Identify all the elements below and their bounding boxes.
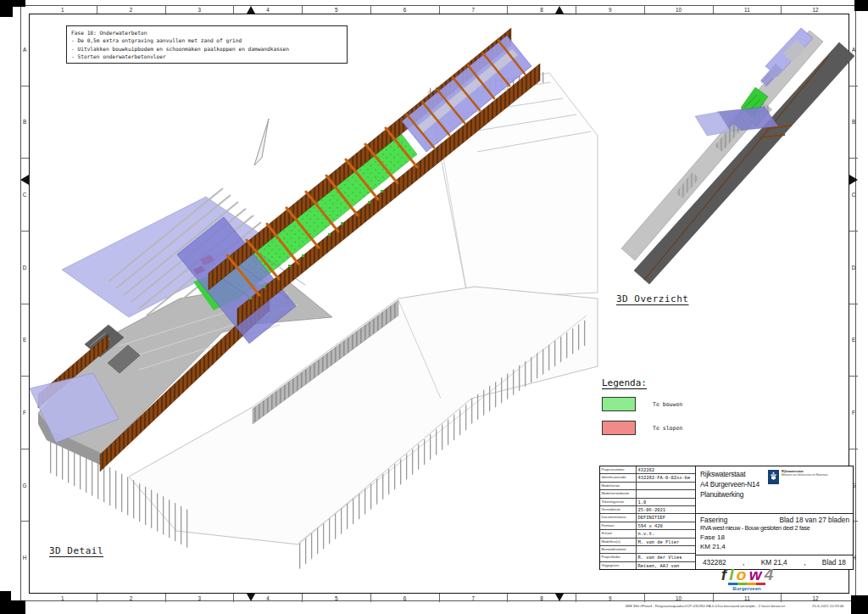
legend: Legenda: Te bouwen Te slopen bbox=[602, 377, 682, 444]
titleblock-field-row: Vrijgegeven Reisen, AAJ van bbox=[600, 562, 695, 569]
field-value: Reisen, AAJ van bbox=[637, 562, 696, 569]
subject-phase: Fase 18 bbox=[700, 533, 849, 542]
field-label: Documentstatus bbox=[600, 514, 637, 521]
titleblock-field-row: Tekeningversie 1.0 bbox=[600, 499, 695, 506]
flow4-letter: l bbox=[729, 566, 732, 583]
titleblock-field-row: Projectnummer 432282 bbox=[600, 466, 695, 474]
field-label: Vrijgegeven bbox=[600, 562, 637, 569]
field-label: Versiedatum bbox=[600, 506, 637, 513]
rws-logo-text: Rijkswaterstaat Ministerie van Infrastru… bbox=[782, 470, 827, 484]
source-file-path: BIM 360://Flow4 - Ringvaartaquaduct/CP-4… bbox=[626, 604, 807, 608]
field-value: n.v.t. bbox=[637, 530, 696, 537]
subject-title: Fasering bbox=[700, 516, 727, 524]
legend-title: Legenda: bbox=[602, 377, 682, 388]
flow4-logo-word: f l o w 4 bbox=[709, 567, 785, 583]
detail-view bbox=[30, 28, 598, 570]
field-label: Formaat bbox=[600, 522, 637, 529]
title-block-fields: Projectnummer 432282 Identificatiecode 4… bbox=[600, 466, 696, 569]
note-title: Fase 18: Onderwaterbeton bbox=[71, 29, 342, 36]
titleblock-field-row: Modelversie bbox=[600, 483, 695, 490]
titleblock-field-row: Modelleur(s) M. van de Flier bbox=[600, 539, 695, 546]
field-label: Modelversie bbox=[600, 483, 637, 489]
titleblock-field-row: Schaal n.v.t. bbox=[600, 530, 695, 538]
titleblock-field-row: Bestandnummer bbox=[600, 546, 695, 554]
field-value: 1.0 bbox=[637, 499, 696, 505]
field-value: 594 x 420 bbox=[637, 522, 696, 529]
legend-items: Te bouwen Te slopen bbox=[602, 397, 682, 435]
flow4-letter: o bbox=[737, 566, 746, 583]
legend-label: Te bouwen bbox=[653, 401, 682, 408]
legend-swatch bbox=[602, 421, 636, 435]
flow4-logo: f l o w 4 Burgerveen bbox=[709, 567, 785, 591]
legend-label: Te slopen bbox=[653, 425, 682, 432]
titleblock-field-row: Documentstatus DEFINITIEF bbox=[600, 514, 695, 522]
field-value bbox=[637, 490, 696, 497]
title-block-client: Rijkswaterstaat A4 Burgerveen-N14 Planui… bbox=[696, 466, 853, 514]
legend-item: Te slopen bbox=[602, 421, 682, 435]
note-line: - Storten onderwaterbetonvloer bbox=[71, 53, 342, 60]
field-value bbox=[637, 483, 696, 489]
rws-logo-ministry: Ministerie van Infrastructuur en Waterst… bbox=[782, 473, 827, 477]
title-block: Projectnummer 432282 Identificatiecode 4… bbox=[599, 466, 854, 570]
footer-separator: , bbox=[804, 558, 805, 567]
field-label: Identificatiecode bbox=[600, 474, 637, 481]
titleblock-field-row: Identificatiecode 432282-FA-0-02xx-be bbox=[600, 474, 695, 482]
flow4-letter: 4 bbox=[765, 566, 773, 583]
field-value: M. van de Flier bbox=[637, 539, 696, 545]
field-label: Schaal bbox=[600, 530, 637, 537]
overview-road-dark bbox=[634, 42, 854, 284]
note-lines: - De 0,5m extra ontgraving aanvullen met… bbox=[71, 36, 342, 60]
flow4-letter: w bbox=[749, 566, 761, 583]
drawing-sheet: 1 2 3 4 5 6 7 8 9 10 11 12 1 2 3 4 5 6 7… bbox=[0, 0, 868, 614]
titleblock-field-row: Formaat 594 x 420 bbox=[600, 522, 695, 530]
titleblock-field-row: Modelversiedatum bbox=[600, 490, 695, 498]
title-block-main: Rijkswaterstaat A4 Burgerveen-N14 Planui… bbox=[696, 466, 853, 569]
legend-swatch bbox=[602, 397, 636, 411]
field-label: Projectleider bbox=[600, 554, 637, 561]
overview-view bbox=[621, 28, 854, 284]
phase-note-box: Fase 18: Onderwaterbeton - De 0,5m extra… bbox=[66, 25, 348, 64]
project-stage: Planuitwerking bbox=[700, 489, 853, 500]
note-line: - De 0,5m extra ontgraving aanvullen met… bbox=[71, 36, 342, 44]
print-timestamp: 25-6-2021 10:59:46 bbox=[812, 604, 844, 608]
flow4-letter: f bbox=[721, 566, 726, 583]
detail-view-label: 3D Detail bbox=[49, 545, 103, 556]
subject-km: KM 21,4 bbox=[700, 542, 849, 551]
field-value: 25-06-2021 bbox=[637, 506, 696, 513]
titleblock-field-row: Projectleider R. van der Vlies bbox=[600, 554, 695, 561]
note-line: - Uitvlakken bouwkuipbodem en schoonmake… bbox=[71, 45, 342, 53]
rijkswaterstaat-logo: Rijkswaterstaat Ministerie van Infrastru… bbox=[768, 470, 849, 484]
title-block-subject: Fasering Blad 18 van 27 bladen RVA west … bbox=[696, 514, 853, 555]
field-label: Tekeningversie bbox=[600, 499, 637, 505]
overview-view-label: 3D Overzicht bbox=[616, 293, 688, 304]
field-value: R. van der Vlies bbox=[637, 554, 696, 561]
field-label: Modelleur(s) bbox=[600, 539, 637, 545]
rijkswaterstaat-logo-icon bbox=[768, 470, 779, 484]
field-value: 432282-FA-0-02xx-be bbox=[637, 474, 696, 481]
field-label: Modelversiedatum bbox=[600, 490, 637, 497]
footer-sheet: Blad 18 bbox=[822, 558, 846, 567]
field-value bbox=[637, 546, 696, 553]
titleblock-field-row: Versiedatum 25-06-2021 bbox=[600, 506, 695, 514]
legend-item: Te bouwen bbox=[602, 397, 682, 411]
field-value: DEFINITIEF bbox=[637, 514, 696, 521]
flow4-logo-bar bbox=[728, 583, 765, 585]
north-arrow-icon bbox=[254, 119, 269, 165]
flow4-location: Burgerveen bbox=[709, 586, 785, 591]
subject-description: RVA west nieuw - Bouw gesloten deel 2 fa… bbox=[700, 524, 849, 533]
field-value: 432282 bbox=[637, 466, 696, 473]
field-label: Projectnummer bbox=[600, 466, 637, 473]
sheet-info: Blad 18 van 27 bladen bbox=[779, 516, 849, 524]
field-label: Bestandnummer bbox=[600, 546, 637, 553]
